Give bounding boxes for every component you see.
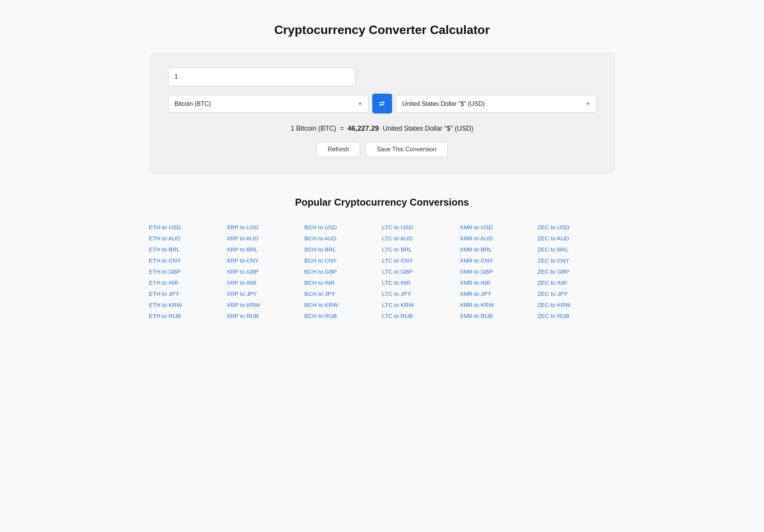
to-currency-select[interactable]: United States Dollar "$" (USD) Australia…: [396, 95, 596, 112]
swap-button[interactable]: ⇄: [372, 94, 392, 114]
action-buttons: Refresh Save This Conversion: [168, 142, 596, 157]
conversion-link[interactable]: XMR to JPY: [460, 288, 537, 299]
conversion-link[interactable]: BCH to BRL: [304, 244, 382, 255]
conversion-link[interactable]: LTC to BRL: [382, 244, 459, 255]
conversion-link[interactable]: LTC to KRW: [382, 299, 459, 310]
conversion-link[interactable]: XRP to USD: [227, 222, 304, 233]
conversion-link[interactable]: ETH to BRL: [149, 244, 227, 255]
conversion-link[interactable]: XRP to KRW: [227, 299, 304, 310]
conversion-link[interactable]: BCH to USD: [304, 222, 382, 233]
to-currency-wrapper: United States Dollar "$" (USD) Australia…: [396, 95, 596, 113]
conversion-link[interactable]: ETH to JPY: [149, 288, 227, 299]
conversion-link[interactable]: XRP to GBP: [227, 266, 304, 277]
conversion-link[interactable]: ZEC to KRW: [537, 299, 615, 310]
result-suffix: United States Dollar "$" (USD): [383, 125, 473, 132]
conversion-link[interactable]: LTC to CNY: [382, 255, 459, 266]
conversion-link[interactable]: XMR to AUD: [460, 233, 537, 244]
conversion-link[interactable]: LTC to INR: [382, 277, 459, 288]
conversion-link[interactable]: LTC to GBP: [382, 266, 459, 277]
popular-section: Popular Cryptocurrency Conversions ETH t…: [149, 197, 615, 321]
conversion-link[interactable]: ZEC to JPY: [537, 288, 615, 299]
conversion-link[interactable]: ETH to KRW: [149, 299, 227, 310]
conversion-link[interactable]: ETH to AUD: [149, 233, 227, 244]
swap-icon: ⇄: [379, 100, 385, 108]
conversion-link[interactable]: LTC to RUB: [382, 310, 459, 321]
conversion-link[interactable]: XMR to RUB: [460, 310, 537, 321]
page-container: Cryptocurrency Converter Calculator Bitc…: [134, 0, 631, 344]
conversion-link[interactable]: BCH to AUD: [304, 233, 382, 244]
conversion-link[interactable]: XMR to INR: [460, 277, 537, 288]
converter-card: Bitcoin (BTC) Ethereum (ETH) Ripple (XRP…: [149, 52, 615, 174]
conversion-link[interactable]: XRP to JPY: [227, 288, 304, 299]
conversion-link[interactable]: ZEC to BRL: [537, 244, 615, 255]
conversion-link[interactable]: ZEC to INR: [537, 277, 615, 288]
conversion-link[interactable]: BCH to JPY: [304, 288, 382, 299]
conversion-link[interactable]: ETH to USD: [149, 222, 227, 233]
conversions-column-xrp: XRP to USDXRP to AUDXRP to BRLXRP to CNY…: [227, 222, 304, 321]
amount-input[interactable]: [168, 68, 355, 86]
conversion-link[interactable]: XMR to KRW: [460, 299, 537, 310]
save-conversion-button[interactable]: Save This Conversion: [365, 142, 447, 157]
conversion-link[interactable]: ZEC to RUB: [537, 310, 615, 321]
conversion-link[interactable]: XRP to INR: [227, 277, 304, 288]
conversion-link[interactable]: XRP to CNY: [227, 255, 304, 266]
conversion-link[interactable]: ZEC to GBP: [537, 266, 615, 277]
result-prefix: 1 Bitcoin (BTC): [290, 125, 336, 132]
conversion-link[interactable]: ETH to GBP: [149, 266, 227, 277]
currency-row: Bitcoin (BTC) Ethereum (ETH) Ripple (XRP…: [168, 94, 596, 114]
conversion-link[interactable]: ETH to INR: [149, 277, 227, 288]
conversion-link[interactable]: LTC to AUD: [382, 233, 459, 244]
conversions-column-zec: ZEC to USDZEC to AUDZEC to BRLZEC to CNY…: [537, 222, 615, 321]
conversion-link[interactable]: LTC to USD: [382, 222, 459, 233]
conversion-link[interactable]: ETH to RUB: [149, 310, 227, 321]
conversion-link[interactable]: XMR to USD: [460, 222, 537, 233]
conversion-link[interactable]: ETH to CNY: [149, 255, 227, 266]
conversion-link[interactable]: BCH to KRW: [304, 299, 382, 310]
from-currency-wrapper: Bitcoin (BTC) Ethereum (ETH) Ripple (XRP…: [168, 95, 368, 113]
conversion-link[interactable]: XMR to CNY: [460, 255, 537, 266]
conversion-link[interactable]: BCH to CNY: [304, 255, 382, 266]
conversion-link[interactable]: BCH to INR: [304, 277, 382, 288]
conversion-link[interactable]: BCH to RUB: [304, 310, 382, 321]
conversion-link[interactable]: BCH to GBP: [304, 266, 382, 277]
conversion-link[interactable]: XMR to GBP: [460, 266, 537, 277]
conversion-link[interactable]: ZEC to AUD: [537, 233, 615, 244]
conversions-column-bch: BCH to USDBCH to AUDBCH to BRLBCH to CNY…: [304, 222, 382, 321]
conversions-column-eth: ETH to USDETH to AUDETH to BRLETH to CNY…: [149, 222, 227, 321]
conversion-link[interactable]: LTC to JPY: [382, 288, 459, 299]
result-equals: =: [340, 125, 344, 132]
from-currency-select[interactable]: Bitcoin (BTC) Ethereum (ETH) Ripple (XRP…: [169, 95, 368, 112]
conversion-link[interactable]: XRP to BRL: [227, 244, 304, 255]
conversions-column-xmr: XMR to USDXMR to AUDXMR to BRLXMR to CNY…: [460, 222, 537, 321]
result-value: 46,227.29: [348, 124, 379, 132]
conversion-link[interactable]: XMR to BRL: [460, 244, 537, 255]
conversions-column-ltc: LTC to USDLTC to AUDLTC to BRLLTC to CNY…: [382, 222, 459, 321]
popular-title: Popular Cryptocurrency Conversions: [149, 197, 615, 208]
result-line: 1 Bitcoin (BTC) = 46,227.29 United State…: [168, 124, 596, 133]
conversion-link[interactable]: ZEC to CNY: [537, 255, 615, 266]
conversion-link[interactable]: ZEC to USD: [537, 222, 615, 233]
conversion-link[interactable]: XRP to RUB: [227, 310, 304, 321]
conversions-grid: ETH to USDETH to AUDETH to BRLETH to CNY…: [149, 222, 615, 321]
refresh-button[interactable]: Refresh: [316, 142, 360, 157]
conversion-link[interactable]: XRP to AUD: [227, 233, 304, 244]
page-title: Cryptocurrency Converter Calculator: [149, 23, 615, 37]
